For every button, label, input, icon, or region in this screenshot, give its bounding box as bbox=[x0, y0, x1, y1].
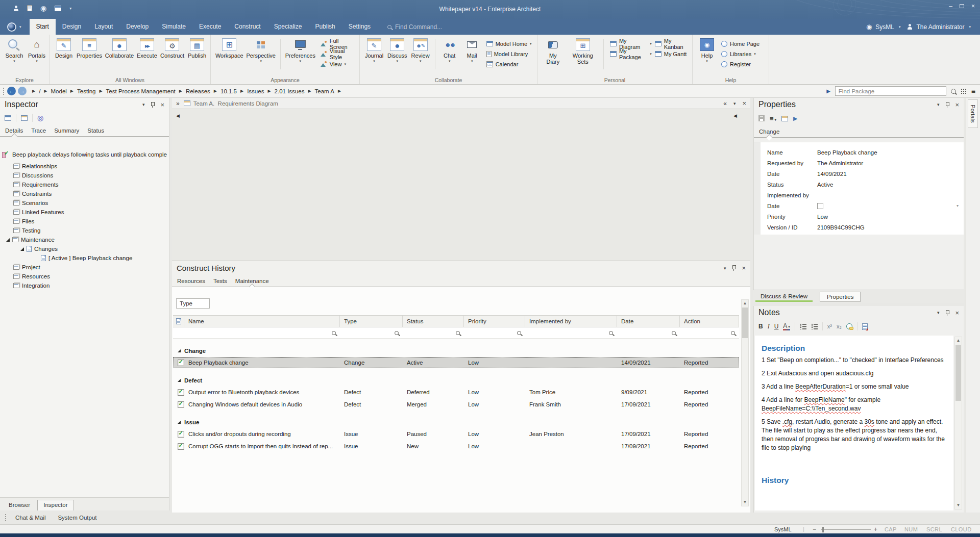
tree-item-scenarios[interactable]: Scenarios bbox=[2, 198, 168, 208]
property-row-priority[interactable]: PriorityLow bbox=[754, 211, 964, 222]
group-row-change[interactable]: Change bbox=[173, 346, 739, 356]
ribbon-button-calendar[interactable]: Calendar bbox=[486, 60, 532, 68]
tab-list-icon[interactable]: ▾ bbox=[733, 101, 736, 106]
tree-item-testing[interactable]: Testing bbox=[2, 226, 168, 235]
ribbon-button-libraries[interactable]: Libraries▾ bbox=[721, 50, 760, 58]
inspector-tab-trace[interactable]: Trace bbox=[31, 127, 46, 134]
ribbon-tab-develop[interactable]: Develop bbox=[119, 19, 155, 35]
scroll-left-icon[interactable]: ◀ bbox=[733, 113, 737, 118]
drag-handle[interactable] bbox=[3, 87, 5, 95]
tab-inspector[interactable]: Inspector bbox=[37, 500, 74, 510]
table-scrollbar[interactable]: ▲ ▼ bbox=[741, 299, 749, 506]
tree-item-constraints[interactable]: Constraints bbox=[2, 189, 168, 198]
inspector-tab-details[interactable]: Details bbox=[5, 127, 23, 134]
close-icon[interactable]: × bbox=[955, 309, 959, 317]
column-header-status[interactable]: Status bbox=[403, 316, 464, 327]
column-header-type[interactable]: Type bbox=[340, 316, 403, 327]
ribbon-tab-design[interactable]: Design bbox=[56, 19, 88, 35]
property-row-implemented-by[interactable]: Implemented by bbox=[754, 190, 964, 200]
pin-icon[interactable] bbox=[731, 265, 736, 271]
bold-button[interactable]: B bbox=[758, 323, 763, 330]
ribbon-button-search[interactable]: Search▾ bbox=[3, 38, 26, 64]
tree-item-relationships[interactable]: Relationships bbox=[2, 162, 168, 171]
ribbon-tab-execute[interactable]: Execute bbox=[192, 19, 228, 35]
group-row-issue[interactable]: Issue bbox=[173, 417, 739, 427]
expand-triangle-icon[interactable] bbox=[178, 421, 181, 424]
ribbon-button-portals[interactable]: Portals▾ bbox=[26, 38, 48, 64]
underline-button[interactable]: U bbox=[774, 323, 779, 330]
numbered-list-button[interactable] bbox=[811, 323, 818, 329]
breadcrumb-item-issues[interactable]: Issues bbox=[247, 88, 264, 94]
subscript-button[interactable]: x₂ bbox=[837, 323, 842, 329]
font-color-button[interactable]: A ▾ bbox=[783, 322, 790, 330]
diagram-tab[interactable]: Team A. Requirements Diagram bbox=[184, 100, 278, 107]
tree-item-active-beep-playback-change[interactable]: [ Active ] Beep Playback change bbox=[2, 253, 168, 263]
ribbon-button-full-screen[interactable]: Full Screen bbox=[320, 40, 357, 47]
ribbon-button-mail[interactable]: Mail▾ bbox=[461, 38, 483, 64]
unchecked-checkbox-icon[interactable] bbox=[817, 203, 823, 209]
breadcrumb-item-releases[interactable]: Releases bbox=[186, 88, 210, 94]
pin-icon[interactable] bbox=[945, 310, 949, 316]
property-value[interactable]: Active bbox=[817, 182, 833, 188]
user-menu[interactable]: The Administrator bbox=[916, 23, 964, 31]
property-row-requested-by[interactable]: Requested byThe Administrator bbox=[754, 158, 964, 168]
column-header-implemented-by[interactable]: Implemented by bbox=[525, 316, 617, 327]
property-row-version-id[interactable]: Version / ID2109B94C99CHG bbox=[754, 222, 964, 233]
construct-history-tab-maintenance[interactable]: Maintenance bbox=[235, 278, 269, 284]
close-icon[interactable]: × bbox=[742, 99, 746, 107]
pin-icon[interactable] bbox=[945, 101, 949, 108]
inspector-tab-summary[interactable]: Summary bbox=[54, 127, 79, 134]
expand-triangle-icon[interactable] bbox=[20, 247, 24, 251]
panel-menu-icon[interactable]: ▾ bbox=[724, 266, 726, 271]
breadcrumb-item-[interactable]: / bbox=[39, 88, 40, 94]
table-row[interactable]: Corrupt OGG starts to import then quits … bbox=[173, 441, 739, 452]
table-row[interactable]: Beep Playback changeChangeActiveLow14/09… bbox=[173, 357, 739, 368]
ribbon-button-view[interactable]: View▾ bbox=[320, 60, 357, 68]
properties-window-icon[interactable] bbox=[21, 115, 28, 121]
zoom-slider-thumb[interactable] bbox=[822, 527, 824, 532]
close-icon[interactable]: × bbox=[955, 101, 959, 109]
zoom-out-button[interactable]: − bbox=[813, 526, 816, 533]
tree-item-requirements[interactable]: Requirements bbox=[2, 180, 168, 189]
ribbon-button-construct[interactable]: Construct bbox=[159, 38, 186, 64]
tree-item-linked-features[interactable]: Linked Features bbox=[2, 208, 168, 217]
superscript-button[interactable]: x² bbox=[827, 323, 832, 329]
tab-properties[interactable]: Properties bbox=[820, 292, 861, 302]
ribbon-button-publish[interactable]: Publish bbox=[186, 38, 208, 64]
filter-cell[interactable] bbox=[403, 327, 464, 338]
breadcrumb-item-model[interactable]: Model bbox=[51, 88, 67, 94]
ribbon-button-model-library[interactable]: Model Library bbox=[486, 50, 532, 58]
ribbon-button-my-diagram[interactable]: My Diagram▾ bbox=[610, 40, 652, 47]
ribbon-button-model-home[interactable]: Model Home▾ bbox=[486, 40, 532, 47]
property-value[interactable]: Beep Playback change bbox=[817, 149, 877, 156]
ribbon-button-visual-style[interactable]: Visual Style bbox=[320, 50, 357, 58]
filter-cell[interactable] bbox=[184, 327, 340, 338]
construct-history-tab-resources[interactable]: Resources bbox=[177, 278, 205, 284]
ribbon-button-my-diary[interactable]: My Diary bbox=[541, 38, 566, 70]
hyperlink-icon[interactable] bbox=[846, 323, 852, 329]
breadcrumb-item-testing[interactable]: Testing bbox=[77, 88, 95, 94]
property-row-status[interactable]: StatusActive bbox=[754, 179, 964, 190]
filter-cell[interactable] bbox=[464, 327, 525, 338]
filter-cell[interactable] bbox=[680, 327, 739, 338]
ribbon-tab-layout[interactable]: Layout bbox=[88, 19, 119, 35]
ribbon-button-workspace[interactable]: Workspace bbox=[214, 38, 245, 64]
ribbon-button-collaborate[interactable]: Collaborate bbox=[104, 38, 135, 64]
property-value[interactable]: The Administrator bbox=[817, 160, 863, 166]
scroll-thumb[interactable] bbox=[955, 345, 961, 401]
scroll-left-icon[interactable]: ◀ bbox=[176, 113, 180, 118]
play-icon[interactable]: ▶ bbox=[793, 115, 797, 122]
filter-cell[interactable] bbox=[340, 327, 403, 338]
menu-icon[interactable]: ≡ ▾ bbox=[770, 115, 776, 122]
diagram-canvas[interactable]: ◀ ◀ bbox=[172, 109, 750, 261]
window-icon[interactable] bbox=[781, 116, 788, 121]
expand-triangle-icon[interactable] bbox=[6, 238, 10, 242]
group-row-defect[interactable]: Defect bbox=[173, 375, 739, 386]
ribbon-tab-settings[interactable]: Settings bbox=[342, 19, 377, 35]
column-header-name[interactable]: Name bbox=[184, 316, 340, 327]
scroll-down-icon[interactable]: ▼ bbox=[955, 502, 962, 509]
type-filter[interactable]: Type bbox=[176, 298, 210, 309]
portals-tab[interactable]: Portals bbox=[968, 99, 978, 128]
ribbon-button-preferences[interactable]: Preferences▾ bbox=[284, 38, 317, 64]
tree-item-changes[interactable]: Changes bbox=[2, 244, 168, 253]
